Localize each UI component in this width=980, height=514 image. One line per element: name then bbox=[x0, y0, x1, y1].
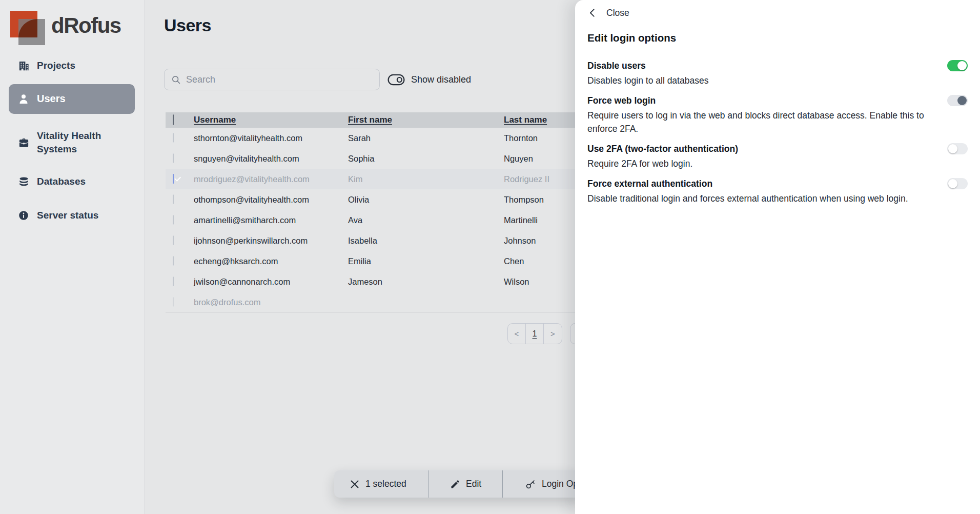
selected-count: 1 selected bbox=[365, 479, 406, 489]
cell-last-name: Johnson bbox=[504, 236, 536, 246]
edit-label: Edit bbox=[466, 479, 481, 489]
cell-username: echeng@hksarch.com bbox=[194, 256, 278, 266]
column-header-first-name[interactable]: First name bbox=[348, 115, 392, 125]
cell-username: snguyen@vitalityhealth.com bbox=[194, 154, 299, 164]
user-icon bbox=[17, 93, 30, 105]
table-row[interactable]: snguyen@vitalityhealth.com Sophia Nguyen bbox=[166, 148, 575, 169]
option-description: Disable traditional login and forces ext… bbox=[587, 192, 928, 205]
cell-first-name: Sophia bbox=[348, 154, 374, 164]
disable-users-toggle[interactable] bbox=[947, 60, 968, 71]
close-label: Close bbox=[606, 8, 629, 18]
select-all-checkbox[interactable] bbox=[173, 114, 174, 125]
pagination-next-button[interactable]: > bbox=[544, 324, 562, 344]
sidebar-item-label: Databases bbox=[37, 175, 86, 188]
cell-username: othompson@vitalityhealth.com bbox=[194, 195, 309, 205]
row-checkbox[interactable] bbox=[173, 276, 174, 286]
row-checkbox[interactable] bbox=[173, 297, 174, 307]
action-bar-divider bbox=[502, 470, 503, 498]
cell-last-name: Nguyen bbox=[504, 154, 533, 164]
cell-first-name: Ava bbox=[348, 215, 362, 225]
row-checkbox[interactable] bbox=[173, 235, 174, 245]
sidebar-item-label: Projects bbox=[37, 59, 75, 72]
table-row[interactable]: brok@drofus.com bbox=[166, 292, 575, 312]
cell-username: brok@drofus.com bbox=[194, 298, 260, 307]
table-row[interactable]: jwilson@cannonarch.com Jameson Wilson bbox=[166, 271, 575, 292]
sidebar-item-users[interactable]: Users bbox=[0, 84, 145, 114]
sidebar-item-projects[interactable]: Projects bbox=[0, 57, 145, 74]
cell-last-name: Martinelli bbox=[504, 215, 538, 225]
sidebar-item-vitality-health-systems[interactable]: Vitality Health Systems bbox=[0, 126, 145, 159]
table-row[interactable]: mrodriguez@vitalityhealth.com Kim Rodrig… bbox=[166, 169, 575, 189]
action-bar-divider bbox=[428, 470, 428, 498]
login-options-list: Disable users Disables login to all data… bbox=[587, 60, 968, 213]
search-icon bbox=[171, 75, 181, 85]
option-disable-users: Disable users Disables login to all data… bbox=[587, 60, 968, 87]
close-x-icon bbox=[350, 479, 360, 489]
show-disabled-label: Show disabled bbox=[411, 74, 471, 85]
table-row[interactable]: ijohnson@perkinswillarch.com Isabella Jo… bbox=[166, 230, 575, 251]
cell-username: sthornton@vitalityhealth.com bbox=[194, 133, 302, 143]
pagination-page-1[interactable]: 1 bbox=[526, 324, 544, 344]
pencil-icon bbox=[450, 479, 460, 489]
edit-login-options-panel: Close Edit login options Disable users D… bbox=[575, 0, 980, 514]
column-header-last-name[interactable]: Last name bbox=[504, 115, 547, 125]
pagination-prev-button[interactable]: < bbox=[508, 324, 526, 344]
cell-username: ijohnson@perkinswillarch.com bbox=[194, 236, 308, 246]
row-checkbox[interactable] bbox=[173, 256, 174, 266]
sidebar-item-databases[interactable]: Databases bbox=[0, 172, 145, 191]
row-checkbox[interactable] bbox=[173, 215, 174, 225]
table-row[interactable]: amartinelli@smitharch.com Ava Martinelli bbox=[166, 210, 575, 230]
cell-last-name: Wilson bbox=[504, 277, 529, 287]
search-input[interactable] bbox=[181, 69, 379, 90]
row-checkbox[interactable] bbox=[173, 174, 174, 184]
login-options-button[interactable]: Login Op bbox=[525, 470, 578, 498]
search-box bbox=[164, 69, 380, 90]
drofus-logo-icon bbox=[10, 11, 46, 47]
login-options-label: Login Op bbox=[542, 479, 578, 489]
users-table: Username First name Last name sthornton@… bbox=[166, 112, 575, 313]
sidebar-item-label: Vitality Health Systems bbox=[37, 129, 134, 156]
cell-last-name: Thompson bbox=[504, 195, 544, 205]
page-title: Users bbox=[164, 15, 211, 35]
cell-username: jwilson@cannonarch.com bbox=[194, 277, 290, 287]
sidebar-item-label: Users bbox=[37, 92, 66, 106]
selection-action-bar: 1 selected Edit Login Op bbox=[334, 470, 581, 498]
table-row[interactable]: echeng@hksarch.com Emilia Chen bbox=[166, 251, 575, 271]
building-icon bbox=[17, 60, 30, 72]
table-row[interactable]: othompson@vitalityhealth.com Olivia Thom… bbox=[166, 189, 575, 210]
option-use-2fa: Use 2FA (two-factor authentication) Requ… bbox=[587, 143, 968, 170]
row-checkbox[interactable] bbox=[173, 133, 174, 143]
force-web-login-toggle[interactable] bbox=[947, 95, 968, 106]
table-header: Username First name Last name bbox=[166, 112, 575, 128]
cell-first-name: Olivia bbox=[348, 195, 369, 205]
column-header-username[interactable]: Username bbox=[194, 115, 236, 125]
table-body: sthornton@vitalityhealth.com Sarah Thorn… bbox=[166, 128, 575, 313]
row-checkbox[interactable] bbox=[173, 153, 174, 163]
edit-button[interactable]: Edit bbox=[450, 470, 481, 498]
use-2fa-toggle[interactable] bbox=[947, 143, 968, 154]
briefcase-icon bbox=[17, 136, 30, 149]
cell-first-name: Kim bbox=[348, 174, 362, 184]
option-label: Force web login bbox=[587, 95, 656, 106]
cell-last-name: Chen bbox=[504, 256, 524, 266]
row-checkbox[interactable] bbox=[173, 194, 174, 204]
cell-first-name: Isabella bbox=[348, 236, 377, 246]
cell-first-name: Emilia bbox=[348, 256, 371, 266]
chevron-left-icon bbox=[587, 7, 598, 18]
sidebar: dRofus Projects Users Vitality Health Sy… bbox=[0, 0, 145, 514]
table-row[interactable]: sthornton@vitalityhealth.com Sarah Thorn… bbox=[166, 128, 575, 148]
sidebar-item-label: Server status bbox=[37, 209, 98, 222]
cell-last-name: Thornton bbox=[504, 133, 538, 143]
cell-username: mrodriguez@vitalityhealth.com bbox=[194, 174, 310, 184]
clear-selection-button[interactable]: 1 selected bbox=[350, 470, 406, 498]
option-force-web-login: Force web login Require users to log in … bbox=[587, 95, 968, 135]
sidebar-item-server-status[interactable]: Server status bbox=[0, 206, 145, 225]
option-label: Use 2FA (two-factor authentication) bbox=[587, 144, 738, 154]
database-icon bbox=[17, 175, 30, 188]
cell-last-name: Rodriguez II bbox=[504, 174, 549, 184]
close-panel-button[interactable]: Close bbox=[587, 7, 629, 18]
option-label: Force external authentication bbox=[587, 179, 712, 189]
force-external-auth-toggle[interactable] bbox=[947, 178, 968, 189]
app-window: dRofus Projects Users Vitality Health Sy… bbox=[0, 0, 980, 514]
show-disabled-toggle[interactable]: Show disabled bbox=[387, 74, 471, 86]
